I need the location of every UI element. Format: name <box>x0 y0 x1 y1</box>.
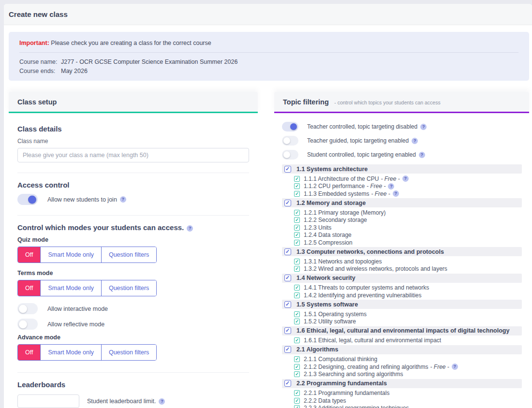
topic-group-checkbox[interactable] <box>284 248 291 255</box>
help-icon[interactable]: ? <box>419 152 425 158</box>
topic-group-row: 1.2 Memory and storage <box>282 198 522 207</box>
topic-checkbox[interactable] <box>294 319 300 324</box>
help-icon[interactable]: ? <box>393 190 399 197</box>
topic-checkbox[interactable] <box>294 405 300 408</box>
topic-group-checkbox[interactable] <box>284 166 291 173</box>
topic-checkbox[interactable] <box>294 210 300 216</box>
modes-heading-text: Control which modes your students can ac… <box>17 223 184 232</box>
student-controlled-topic-targeting-enabled-toggle[interactable] <box>282 150 298 160</box>
help-icon[interactable]: ? <box>412 138 418 144</box>
allow-interactive-mode-toggle[interactable] <box>17 303 38 314</box>
topic-checkbox[interactable] <box>294 364 300 370</box>
topic-label: 1.5.2 Utility software <box>304 318 356 325</box>
topic-group-checkbox[interactable] <box>284 327 291 334</box>
class-setup-body: Class details Class name Access control … <box>9 113 258 408</box>
teacher-controlled-topic-targeting-disabled-toggle[interactable] <box>282 122 298 131</box>
advance-mode-option-question-filters[interactable]: Question filters <box>101 345 156 360</box>
class-name-input[interactable] <box>17 148 249 162</box>
advance-mode-option-smart-mode-only[interactable]: Smart Mode only <box>40 345 101 360</box>
topic-group-label: 1.6 Ethical, legal, cultural and environ… <box>296 327 509 334</box>
topic-children: 1.6.1 Ethical, legal, cultural and envir… <box>294 337 522 344</box>
mode-toggle-row-allow-reflective-mode: Allow reflective mode <box>17 319 249 330</box>
topic-row: 1.3.1 Networks and topologies <box>294 258 522 265</box>
topic-group-label: 2.2 Programming fundamentals <box>296 380 387 387</box>
help-icon[interactable]: ? <box>120 196 126 203</box>
topic-group-checkbox[interactable] <box>284 200 291 206</box>
topic-group-checkbox[interactable] <box>284 275 291 281</box>
topic-group-label: 1.2 Memory and storage <box>296 200 366 206</box>
terms-mode-option-smart-mode-only[interactable]: Smart Mode only <box>40 280 101 296</box>
allow-join-toggle[interactable] <box>17 194 38 205</box>
help-icon[interactable]: ? <box>187 225 193 232</box>
course-ends-value: May 2026 <box>61 67 88 75</box>
topic-row: 2.1.2 Designing, creating and refining a… <box>294 363 522 370</box>
allow-reflective-mode-toggle[interactable] <box>17 319 38 330</box>
topic-checkbox[interactable] <box>294 337 300 343</box>
topic-group-label: 1.3 Computer networks, connections and p… <box>296 248 444 255</box>
teacher-guided-topic-targeting-enabled-toggle[interactable] <box>282 136 298 146</box>
terms-mode-option-off[interactable]: Off <box>18 280 40 296</box>
help-icon[interactable]: ? <box>388 183 394 189</box>
mode-button-group-advance-mode: OffSmart Mode onlyQuestion filters <box>17 344 157 361</box>
topic-checkbox[interactable] <box>294 285 300 291</box>
topic-group-row: 2.2 Programming fundamentals <box>282 379 522 388</box>
quiz-mode-option-off[interactable]: Off <box>18 247 40 262</box>
topic-checkbox[interactable] <box>294 398 300 404</box>
topic-label: 2.2.3 Additional programming techniques <box>304 405 409 408</box>
topic-checkbox[interactable] <box>294 266 300 272</box>
topic-group-label: 1.5 Systems software <box>296 301 358 308</box>
topic-row: 1.4.1 Threats to computer systems and ne… <box>294 284 522 291</box>
topic-checkbox[interactable] <box>294 356 300 362</box>
section-divider <box>17 173 249 173</box>
leaderboard-limit-label: Student leaderboard limit. <box>87 398 156 405</box>
toggle-knob <box>19 305 27 313</box>
quiz-mode-option-question-filters[interactable]: Question filters <box>101 247 156 262</box>
topic-group-checkbox[interactable] <box>284 301 291 308</box>
topic-group-row: 1.4 Network security <box>282 274 522 283</box>
help-icon[interactable]: ? <box>420 124 427 130</box>
topic-group-checkbox[interactable] <box>284 380 291 387</box>
class-name-label: Class name <box>17 138 249 145</box>
topic-filtering-panel: Topic filtering - control which topics y… <box>274 92 529 408</box>
topic-label: 1.3.1 Networks and topologies <box>304 258 382 265</box>
terms-mode-option-question-filters[interactable]: Question filters <box>101 280 156 296</box>
topic-checkbox[interactable] <box>294 292 300 298</box>
page-title: Create new class <box>9 10 68 18</box>
course-name-row: Course name: J277 - OCR GCSE Computer Sc… <box>19 58 518 67</box>
help-icon[interactable]: ? <box>452 364 458 370</box>
topic-label: 1.1.3 Embedded systems <box>304 190 369 197</box>
topic-row: 1.2.5 Compression <box>294 239 522 246</box>
topic-row: 1.5.2 Utility software <box>294 318 522 325</box>
topic-checkbox[interactable] <box>294 259 300 264</box>
topic-checkbox[interactable] <box>294 390 300 396</box>
topic-checkbox[interactable] <box>294 225 300 231</box>
course-ends-row: Course ends: May 2026 <box>19 67 518 76</box>
topic-row: 1.2.3 Units <box>294 224 522 231</box>
topic-checkbox[interactable] <box>294 176 300 182</box>
mode-groups: Quiz modeOffSmart Mode onlyQuestion filt… <box>17 236 249 367</box>
section-divider <box>17 215 249 216</box>
topic-group-row: 1.5 Systems software <box>282 300 522 309</box>
topic-checkbox[interactable] <box>294 191 300 197</box>
course-name-label: Course name: <box>19 58 61 66</box>
mode-button-group-terms-mode: OffSmart Mode onlyQuestion filters <box>17 280 157 296</box>
topic-label: 1.2.5 Compression <box>304 239 353 246</box>
topic-row: 1.2.1 Primary storage (Memory) <box>294 209 522 216</box>
topic-group-checkbox[interactable] <box>284 346 291 353</box>
topic-checkbox[interactable] <box>294 232 300 238</box>
topic-checkbox[interactable] <box>294 371 300 377</box>
help-icon[interactable]: ? <box>159 398 165 405</box>
topic-label: 1.2.2 Secondary storage <box>304 217 367 223</box>
topic-checkbox[interactable] <box>294 217 300 223</box>
topic-checkbox[interactable] <box>294 183 300 189</box>
topic-checkbox[interactable] <box>294 311 300 317</box>
topic-mode-list: Teacher controlled, topic targeting disa… <box>282 122 522 160</box>
quiz-mode-option-smart-mode-only[interactable]: Smart Mode only <box>40 247 101 262</box>
topic-checkbox[interactable] <box>294 240 300 246</box>
help-icon[interactable]: ? <box>402 175 409 182</box>
topic-label: 1.4.2 Identifying and preventing vulnera… <box>304 292 422 299</box>
mode-button-group-quiz-mode: OffSmart Mode onlyQuestion filters <box>17 247 157 263</box>
advance-mode-option-off[interactable]: Off <box>18 345 40 360</box>
topic-group-row: 1.1 Systems architecture <box>282 164 522 174</box>
leaderboard-limit-input[interactable] <box>17 394 79 408</box>
